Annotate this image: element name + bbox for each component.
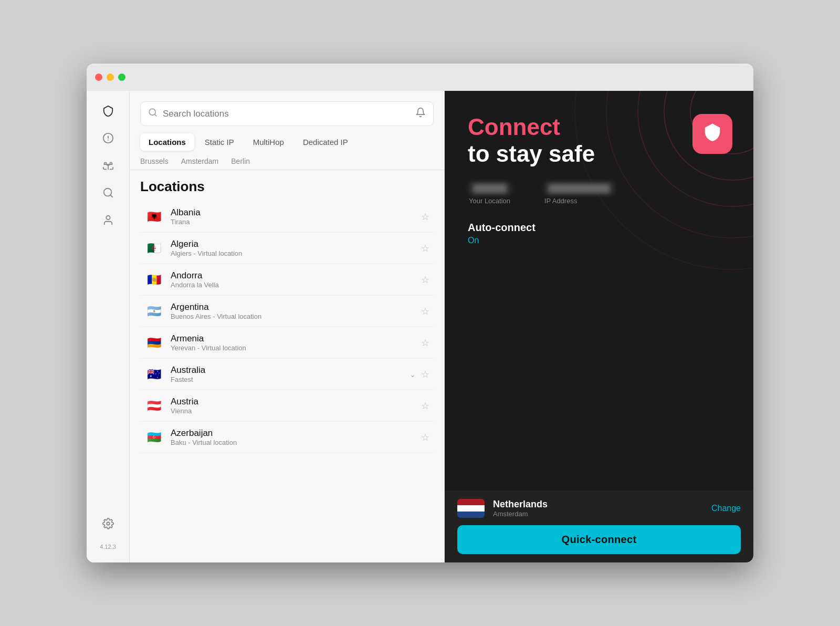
favorite-star-icon[interactable]: ☆ <box>421 337 429 349</box>
sidebar-item-shield[interactable] <box>97 99 120 122</box>
svg-point-5 <box>106 216 110 220</box>
left-panel: Locations Static IP MultiHop Dedicated I… <box>130 91 445 562</box>
connect-text: Connect to stay safe <box>468 114 595 167</box>
location-actions: ☆ <box>421 400 429 412</box>
selected-country-name: Netherlands <box>493 499 703 510</box>
favorite-star-icon[interactable]: ☆ <box>421 400 429 412</box>
location-city: Algiers - Virtual location <box>171 249 414 257</box>
location-info-andorra: Andorra Andorra la Vella <box>171 270 414 289</box>
location-name: Australia <box>171 365 402 375</box>
locations-heading: Locations <box>140 179 434 195</box>
right-panel: Connect to stay safe ██████ <box>445 91 753 562</box>
svg-point-6 <box>107 522 110 525</box>
info-row: ██████ Your Location ███████████ IP Addr… <box>468 182 732 205</box>
flag-armenia: 🇦🇲 <box>144 336 163 350</box>
location-info-argentina: Argentina Buenos Aires - Virtual locatio… <box>171 302 414 320</box>
selected-city-name: Amsterdam <box>493 510 703 518</box>
notification-icon[interactable] <box>415 107 426 120</box>
search-bar <box>130 91 444 126</box>
connect-title-row: Connect to stay safe <box>468 114 732 167</box>
tab-locations[interactable]: Locations <box>140 133 194 151</box>
svg-line-4 <box>110 195 112 197</box>
location-name: Argentina <box>171 302 414 312</box>
list-item[interactable]: 🇩🇿 Algeria Algiers - Virtual location ☆ <box>140 233 434 264</box>
locations-list: Locations 🇦🇱 Albania Tirana ☆ 🇩🇿 <box>130 170 444 562</box>
connect-line2: to stay safe <box>468 141 595 168</box>
recent-city-berlin[interactable]: Berlin <box>231 157 250 165</box>
search-input[interactable] <box>163 109 410 119</box>
location-info-albania: Albania Tirana <box>171 207 414 226</box>
flag-australia: 🇦🇺 <box>144 368 163 381</box>
flag-argentina: 🇦🇷 <box>144 305 163 318</box>
connect-line1: Connect <box>468 114 595 141</box>
tab-multihop[interactable]: MultiHop <box>245 133 292 151</box>
autoconnect-value: On <box>468 236 732 245</box>
quick-connect-button[interactable]: Quick-connect <box>457 525 741 554</box>
netherlands-flag <box>457 499 485 518</box>
flag-stripe-white <box>457 505 485 512</box>
location-city: Buenos Aires - Virtual location <box>171 312 414 320</box>
favorite-star-icon[interactable]: ☆ <box>421 274 429 286</box>
location-name: Andorra <box>171 270 414 281</box>
search-icon <box>148 108 158 120</box>
list-item[interactable]: 🇦🇩 Andorra Andorra la Vella ☆ <box>140 264 434 296</box>
expand-chevron-icon[interactable]: ⌄ <box>410 370 416 379</box>
location-name: Armenia <box>171 333 414 344</box>
flag-andorra: 🇦🇩 <box>144 273 163 287</box>
location-actions: ☆ <box>421 337 429 349</box>
location-city: Vienna <box>171 407 414 415</box>
close-button[interactable] <box>95 74 102 81</box>
sidebar-item-settings[interactable] <box>97 512 120 535</box>
location-actions: ☆ <box>421 274 429 286</box>
flag-stripe-red <box>457 499 485 505</box>
location-info-australia: Australia Fastest <box>171 365 402 383</box>
tabs: Locations Static IP MultiHop Dedicated I… <box>130 126 444 151</box>
change-location-button[interactable]: Change <box>711 504 741 513</box>
location-city: Baku - Virtual location <box>171 439 414 446</box>
tab-dedicated-ip[interactable]: Dedicated IP <box>295 133 356 151</box>
connect-section: Connect to stay safe ██████ <box>445 91 753 491</box>
list-item[interactable]: 🇦🇺 Australia Fastest ⌄ ☆ <box>140 359 434 390</box>
minimize-button[interactable] <box>107 74 114 81</box>
shield-badge <box>692 114 732 154</box>
location-name: Albania <box>171 207 414 218</box>
favorite-star-icon[interactable]: ☆ <box>421 211 429 223</box>
list-item[interactable]: 🇦🇲 Armenia Yerevan - Virtual location ☆ <box>140 327 434 359</box>
sidebar-item-account[interactable] <box>97 208 120 232</box>
list-item[interactable]: 🇦🇿 Azerbaijan Baku - Virtual location ☆ <box>140 422 434 453</box>
flag-azerbaijan: 🇦🇿 <box>144 431 163 444</box>
location-actions: ☆ <box>421 432 429 443</box>
favorite-star-icon[interactable]: ☆ <box>421 369 429 380</box>
app-window: 4.12.3 <box>87 64 753 562</box>
list-item[interactable]: 🇦🇷 Argentina Buenos Aires - Virtual loca… <box>140 296 434 327</box>
main-layout: 4.12.3 <box>87 91 753 562</box>
tab-static-ip[interactable]: Static IP <box>196 133 243 151</box>
location-city: Tirana <box>171 218 414 226</box>
recent-city-amsterdam[interactable]: Amsterdam <box>181 157 219 165</box>
favorite-star-icon[interactable]: ☆ <box>421 306 429 317</box>
autoconnect-section: Auto-connect On <box>468 222 732 245</box>
ip-address-info: ███████████ IP Address <box>543 182 615 205</box>
recent-city-brussels[interactable]: Brussels <box>140 157 169 165</box>
ip-value: ███████████ <box>543 182 615 195</box>
sidebar-item-alert[interactable] <box>97 127 120 150</box>
location-city: Andorra la Vella <box>171 281 414 289</box>
sidebar-item-search[interactable] <box>97 181 120 204</box>
location-name: Austria <box>171 397 414 407</box>
location-name: Azerbaijan <box>171 428 414 439</box>
location-info-austria: Austria Vienna <box>171 397 414 415</box>
window-controls <box>95 74 125 81</box>
sidebar: 4.12.3 <box>87 91 130 562</box>
location-name: Algeria <box>171 239 414 249</box>
sidebar-bottom: 4.12.3 <box>97 512 120 554</box>
location-actions: ☆ <box>421 211 429 223</box>
favorite-star-icon[interactable]: ☆ <box>421 243 429 254</box>
list-item[interactable]: 🇦🇱 Albania Tirana ☆ <box>140 201 434 233</box>
sidebar-item-bug[interactable] <box>97 154 120 177</box>
autoconnect-label: Auto-connect <box>468 222 732 234</box>
location-city: Yerevan - Virtual location <box>171 344 414 352</box>
maximize-button[interactable] <box>118 74 125 81</box>
list-item[interactable]: 🇦🇹 Austria Vienna ☆ <box>140 390 434 422</box>
bottom-bar: Netherlands Amsterdam Change Quick-conne… <box>445 491 753 562</box>
favorite-star-icon[interactable]: ☆ <box>421 432 429 443</box>
